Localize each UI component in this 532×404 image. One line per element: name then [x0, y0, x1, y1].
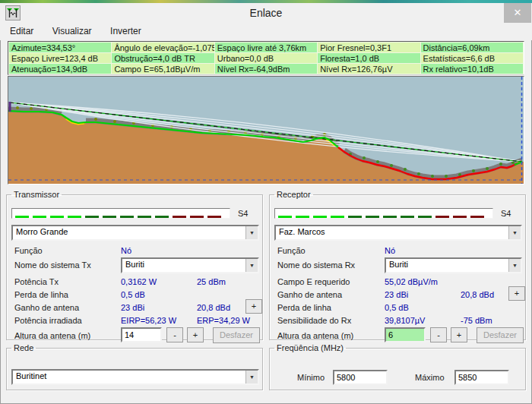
frequency-min-input[interactable] [333, 370, 388, 385]
title-bar[interactable]: Enlace ✕ [0, 3, 532, 23]
menu-editar[interactable]: Editar [2, 23, 41, 36]
network-panel: Rede Buritinet ▼ [6, 343, 263, 390]
rx-antenna-plus-button[interactable]: + [508, 286, 525, 301]
transmitter-title: Transmissor [11, 190, 62, 199]
tx-funcao-label: Função [14, 246, 43, 255]
frequency-panel: Freqüência (MHz) Mínimo Máximo [269, 343, 526, 390]
stat-estatisticas: Estatísticas=6,6 dB [420, 53, 523, 64]
tx-system-combo[interactable]: Buriti ▼ [121, 257, 259, 273]
tx-perda-value: 0,5 dB [121, 290, 145, 299]
stat-atenuacao: Atenuação=134,9dB [9, 64, 112, 74]
rx-signal-meter [274, 208, 493, 219]
link-stats-grid: Azimute=334,53° Ângulo de elevação=-1,07… [8, 41, 524, 75]
rx-ganho-dbd: 20,8 dBd [461, 290, 494, 299]
tx-perda-label: Perda de linha [14, 290, 68, 299]
receiver-panel: Receptor S4 Faz. Marcos ▼ Função Nó Nome… [269, 190, 526, 340]
network-combo[interactable]: Buritinet ▼ [11, 369, 259, 385]
stat-espaco-livre-ate: Espaço livre até 3,76km [214, 43, 317, 53]
transmitter-panel: Transmissor S4 Morro Grande ▼ Função Nó … [6, 190, 263, 340]
stat-obstrucao: Obstrução=4,0 dB TR [112, 53, 214, 64]
rx-sens-dbm: -75 dBm [461, 316, 492, 325]
rx-system-combo[interactable]: Buriti ▼ [385, 257, 522, 273]
chevron-down-icon[interactable]: ▼ [508, 259, 521, 272]
menu-bar: Editar Visualizar Inverter [0, 23, 532, 40]
tx-antenna-plus-button[interactable]: + [245, 299, 262, 314]
rx-sens-uv: 39,8107µV [385, 316, 425, 325]
tx-signal-label: S4 [238, 209, 248, 218]
stat-nivel-rx-uv: Nível Rx=126,76µV [318, 64, 420, 74]
stat-urbano: Urbano=0,0 dB [214, 53, 317, 64]
frequency-min-label: Mínimo [297, 373, 325, 382]
tx-sistema-label: Nome do sistema Tx [14, 260, 91, 270]
tx-site-combo[interactable]: Morro Grande ▼ [11, 225, 259, 241]
rx-altura-label: Altura da antena (m) [277, 331, 353, 340]
stat-pior-fresnel: Pior Fresnel=0,3F1 [318, 43, 420, 53]
window-title: Enlace [0, 7, 532, 19]
stat-floresta: Floresta=1,0 dB [318, 53, 420, 64]
rx-ganho-label: Ganho de antena [277, 290, 342, 299]
menu-visualizar[interactable]: Visualizar [45, 23, 100, 36]
tx-desfazer-button[interactable]: Desfazer [213, 327, 260, 343]
stat-rx-relativo: Rx relativo=10,1dB [420, 64, 523, 74]
frequency-max-input[interactable] [454, 370, 509, 385]
tx-funcao-value: Nó [121, 246, 131, 255]
tx-ganho-label: Ganho de antena [14, 303, 79, 312]
rx-funcao-value: Nó [385, 246, 395, 255]
rx-altura-input[interactable] [385, 327, 426, 342]
network-title: Rede [11, 343, 36, 352]
menu-inverter[interactable]: Inverter [103, 23, 149, 36]
chevron-down-icon[interactable]: ▼ [245, 259, 258, 272]
chevron-down-icon[interactable]: ▼ [245, 226, 258, 239]
rx-campo-label: Campo E requerido [277, 277, 350, 286]
tx-altura-minus-button[interactable]: - [166, 327, 183, 342]
tx-signal-meter [11, 208, 230, 219]
terrain-profile-chart [8, 76, 524, 185]
rx-sens-label: Sensibilidade do Rx [277, 316, 351, 325]
stat-campo-e: Campo E=65,1dBµV/m [112, 64, 214, 74]
rx-signal-label: S4 [501, 209, 511, 218]
tx-altura-input[interactable] [121, 327, 162, 342]
stat-distancia: Distância=6,09km [420, 43, 523, 53]
tx-altura-label: Altura da antena (m) [14, 331, 90, 340]
rx-funcao-label: Função [277, 246, 306, 255]
tx-potencia-label: Potência Tx [14, 277, 59, 286]
receiver-title: Receptor [274, 190, 313, 199]
tx-altura-plus-button[interactable]: + [187, 327, 204, 342]
tx-irradiada-label: Potência irradiada [14, 316, 82, 325]
tx-potencia-dbm: 25 dBm [197, 277, 226, 286]
tx-antenna-mast [9, 102, 11, 112]
rx-sistema-label: Nome do sistema Rx [277, 260, 355, 270]
rx-campo-value: 55,02 dBµV/m [385, 277, 438, 286]
rx-desfazer-button[interactable]: Desfazer [477, 327, 524, 343]
tx-erp-value: ERP=34,29 W [197, 316, 250, 325]
enlace-window: Enlace ✕ Editar Visualizar Inverter Azim… [0, 0, 532, 404]
rx-ganho-dbi: 23 dBi [385, 290, 408, 299]
rx-site-combo[interactable]: Faz. Marcos ▼ [274, 225, 522, 241]
chevron-down-icon[interactable]: ▼ [245, 371, 258, 383]
rx-perda-label: Perda de linha [277, 303, 331, 312]
frequency-title: Freqüência (MHz) [274, 343, 346, 352]
rx-altura-minus-button[interactable]: - [430, 327, 447, 342]
stat-azimute: Azimute=334,53° [9, 43, 112, 53]
tx-ganho-dbd: 20,8 dBd [197, 303, 230, 312]
terrain-profile-svg [8, 77, 524, 184]
stat-espaco-livre-db: Espaço Livre=123,4 dB [9, 53, 112, 64]
rx-altura-plus-button[interactable]: + [451, 327, 467, 342]
tx-potencia-w: 0,3162 W [121, 277, 157, 286]
stat-nivel-rx-dbm: Nível Rx=-64,9dBm [214, 64, 317, 74]
stat-angulo-elevacao: Ângulo de elevação=-1,075° [112, 43, 214, 53]
chevron-down-icon[interactable]: ▼ [508, 226, 521, 239]
tx-ganho-dbi: 23 dBi [121, 303, 144, 312]
tx-eirp-value: EIRP=56,23 W [121, 316, 176, 325]
close-icon[interactable]: ✕ [504, 3, 531, 23]
rx-perda-value: 0,5 dB [385, 303, 409, 312]
frequency-max-label: Máximo [415, 373, 445, 382]
